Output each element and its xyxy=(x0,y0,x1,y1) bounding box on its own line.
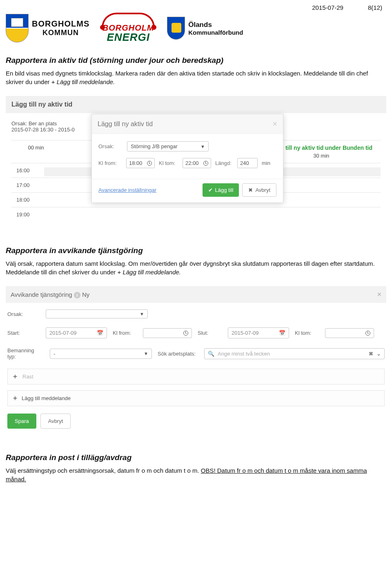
slut-label: Slut: xyxy=(198,330,222,336)
klfrom-input[interactable]: 18:00 xyxy=(126,158,155,168)
add-button[interactable]: Lägg till xyxy=(203,183,239,197)
check-icon xyxy=(208,187,213,193)
screenshot-avvikande: Avvikande tjänstgöring i Ny × Orsak: ▼ S… xyxy=(6,286,386,429)
section2-heading: Rapportera in avvikande tjänstgöring xyxy=(6,246,386,255)
section3-heading: Rapportera in post i tillägg/avdrag xyxy=(6,453,386,462)
green-column-header: Lägg till ny aktiv tid under Bunden tid xyxy=(270,145,372,151)
sok-label: Sök arbetsplats: xyxy=(158,351,198,357)
x-icon xyxy=(248,187,253,193)
logo-row: BORGHOLMS KOMMUN BORGHOLM ENERGI Ölands … xyxy=(6,13,386,44)
borgholms-top: BORGHOLMS xyxy=(32,19,89,29)
avbryt-button[interactable]: Avbryt xyxy=(40,414,71,429)
rast-button[interactable]: ＋ Rast xyxy=(7,369,385,385)
bemanning-select[interactable]: - ▼ xyxy=(50,349,152,359)
orsak-label: Orsak: xyxy=(7,311,40,317)
borgholms-kommun-logo: BORGHOLMS KOMMUN xyxy=(6,14,89,42)
orsak-label: Orsak: xyxy=(98,143,122,149)
section1-heading: Rapportera in aktiv tid (störning under … xyxy=(6,56,386,65)
calendar-icon: 📅 xyxy=(97,330,103,336)
section2-emphasis: Lägg till meddelande. xyxy=(122,269,181,276)
borgholm-energi-logo: BORGHOLM ENERGI xyxy=(102,13,155,44)
orsak-select[interactable]: ▼ xyxy=(46,309,148,318)
kltom-input[interactable]: 22:00 xyxy=(183,158,211,168)
kltom-input[interactable] xyxy=(325,328,374,338)
search-icon: 🔍 xyxy=(208,351,214,357)
clock-icon xyxy=(203,161,208,166)
time-label: 18:00 xyxy=(11,193,44,207)
clear-icon[interactable]: ✖ xyxy=(369,351,373,357)
chevron-down-icon: ▼ xyxy=(140,311,144,316)
modal-title: Lägg till ny aktiv tid xyxy=(98,120,153,128)
doc-date: 2015-07-29 xyxy=(312,4,343,11)
info-icon: i xyxy=(74,292,80,298)
time-label: 19:00 xyxy=(11,207,44,222)
langd-input[interactable]: 240 xyxy=(237,158,258,168)
spara-button[interactable]: Spara xyxy=(7,414,36,429)
advanced-link[interactable]: Avancerade inställningar xyxy=(98,187,156,193)
section2-paragraph: Välj orsak, rapportera datum samt klocks… xyxy=(6,259,386,276)
orsak-select[interactable]: Störning J/B pengar ▼ xyxy=(127,141,209,151)
section1-paragraph: En bild visas med dygnets timklockslag. … xyxy=(6,69,386,86)
olands-top: Ölands xyxy=(188,21,243,29)
chevron-down-icon: ▼ xyxy=(200,144,205,149)
time-label: 17:00 xyxy=(11,178,44,192)
clock-icon xyxy=(365,331,370,336)
shield-icon xyxy=(6,14,29,42)
olands-logo: Ölands Kommunalförbund xyxy=(167,17,243,40)
clock-icon xyxy=(147,161,152,166)
start-date-input[interactable]: 2015-07-09 📅 xyxy=(46,327,107,338)
start-label: Start: xyxy=(7,330,40,336)
arc-icon xyxy=(102,13,155,27)
panel-header-avvikande: Avvikande tjänstgöring i Ny × xyxy=(6,286,386,303)
sok-arbetsplats-input[interactable]: 🔍 Ange minst två tecken ✖ ⌄ xyxy=(204,348,385,359)
close-icon[interactable]: × xyxy=(272,119,277,129)
cancel-button[interactable]: Avbryt xyxy=(242,183,276,197)
langd-label: Längd: xyxy=(215,160,233,166)
shield-small-icon xyxy=(167,17,185,40)
grid-row-1900[interactable]: 19:00 xyxy=(11,207,381,222)
dropdown-icon[interactable]: ⌄ xyxy=(376,351,381,357)
doc-page: 8(12) xyxy=(368,4,382,11)
time-label: 16:00 xyxy=(11,163,44,178)
lagg-till-meddelande-button[interactable]: ＋ Lägg till meddelande xyxy=(7,390,385,406)
section3-text: Välj ersättningstyp och ersättningsorsak… xyxy=(6,467,201,474)
chevron-down-icon: ▼ xyxy=(144,351,148,356)
langd-unit: min xyxy=(262,160,270,166)
screenshot-aktiv-tid: Lägg till ny aktiv tid Orsak: Ber an pla… xyxy=(6,96,386,222)
col-left-header: 00 min xyxy=(11,140,60,163)
calendar-icon: 📅 xyxy=(279,330,285,336)
section2-text: Välj orsak, rapportera datum samt klocks… xyxy=(6,260,375,276)
bemanning-label: Bemanning typ: xyxy=(7,347,44,360)
olands-bottom: Kommunalförbund xyxy=(188,29,243,36)
modal-aktiv-tid: Lägg till ny aktiv tid × Orsak: Störning… xyxy=(91,114,283,203)
kltom-label: Kl tom: xyxy=(159,160,178,166)
borgholms-bottom: KOMMUN xyxy=(32,29,89,37)
kltom-label: Kl tom: xyxy=(295,330,319,336)
klfrom-label: Kl from: xyxy=(113,330,137,336)
plus-icon: ＋ xyxy=(12,394,18,403)
slut-date-input[interactable]: 2015-07-09 📅 xyxy=(228,327,289,338)
clock-icon xyxy=(183,331,188,336)
klfrom-label: Kl from: xyxy=(98,160,122,166)
section1-emphasis: Lägg till meddelande. xyxy=(57,78,115,85)
col-right-value: 30 min xyxy=(270,153,372,159)
klfrom-input[interactable] xyxy=(143,328,192,338)
energi-line2: ENERGI xyxy=(107,31,150,44)
plus-icon: ＋ xyxy=(12,372,18,381)
section3-paragraph: Välj ersättningstyp och ersättningsorsak… xyxy=(6,466,386,483)
close-icon[interactable]: × xyxy=(377,290,381,299)
panel-header: Lägg till ny aktiv tid xyxy=(6,96,386,113)
page-header-meta: 2015-07-29 8(12) xyxy=(6,4,386,11)
